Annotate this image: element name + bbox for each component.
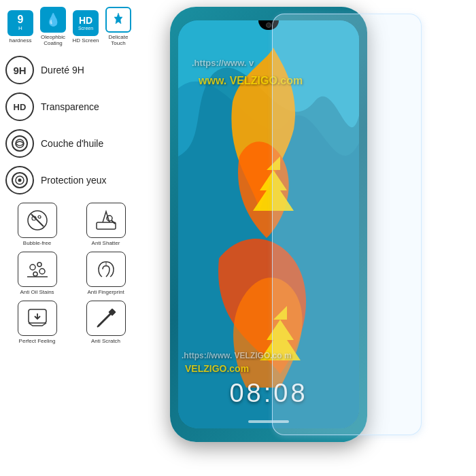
svg-line-17	[99, 312, 112, 326]
feeling-icon-box	[18, 301, 57, 336]
feature-row-oil: Couche d'huile	[5, 129, 137, 158]
anti-shatter-icon	[95, 209, 118, 232]
bubble-label: Bubble-free	[23, 240, 51, 246]
feature-label-hd: Transparence	[41, 101, 99, 112]
top-badges-row: 9 H hardness 💧 OleophbicCoating HD Scree…	[5, 7, 137, 46]
grid-item-feeling: Perfect Feeling	[5, 301, 69, 344]
feature-row-hd: HD Transparence	[5, 92, 137, 121]
grid-item-fingerprint: Anti Fingerprint	[74, 252, 137, 295]
badge-oleo-label: OleophbicCoating	[41, 34, 65, 46]
feature-row-eye: Protection yeux	[5, 166, 137, 194]
tempered-glass-overlay	[272, 14, 422, 435]
watermark-brand-bot: VELZIGO.com	[185, 363, 249, 374]
svg-point-4	[18, 179, 22, 182]
svg-point-15	[33, 272, 37, 276]
svg-point-12	[30, 265, 35, 270]
grid-item-oilstains: Anti Oil Stains	[5, 252, 69, 295]
oilstains-label: Anti Oil Stains	[20, 289, 54, 295]
watermark-top: .https://www. v	[192, 58, 254, 68]
bottom-grid: Bubble-free Anti Shatter	[5, 203, 137, 344]
svg-point-14	[39, 269, 45, 274]
grid-item-bubble: Bubble-free	[5, 203, 69, 246]
svg-point-1	[16, 139, 24, 148]
perfect-feeling-icon	[26, 307, 49, 330]
scratch-label: Anti Scratch	[91, 338, 120, 344]
badge-9h-letter: H	[18, 25, 22, 31]
feeling-label: Perfect Feeling	[19, 338, 56, 344]
badge-delicate: DelicateTouch	[103, 7, 133, 46]
eye-protection-icon	[10, 171, 29, 190]
oleo-icon: 💧	[46, 12, 61, 27]
phone-panel: .https://www. v www. VELZIGO.com .https:…	[136, 0, 476, 476]
fingerprint-label: Anti Fingerprint	[87, 289, 124, 295]
svg-point-10	[107, 216, 112, 221]
camera-dot	[266, 22, 271, 28]
feature-label-9h: Dureté 9H	[41, 65, 84, 75]
svg-point-0	[12, 136, 27, 151]
svg-rect-9	[97, 222, 116, 229]
feature-icon-9h: 9H	[5, 56, 34, 84]
badge-9h-label: hardness	[10, 37, 32, 44]
oilstains-icon-box	[18, 252, 57, 287]
feature-label-oil: Couche d'huile	[41, 138, 103, 149]
anti-oil-icon	[26, 258, 49, 281]
badge-oleo: 💧 OleophbicCoating	[38, 7, 68, 46]
feature-row-9h: 9H Dureté 9H	[5, 56, 137, 84]
badge-9h-num: 9	[18, 14, 24, 25]
feature-label-eye: Protection yeux	[41, 175, 107, 186]
badge-hd-label: HD Screen	[72, 37, 99, 44]
left-features-panel: 9 H hardness 💧 OleophbicCoating HD Scree…	[0, 0, 143, 476]
shatter-label: Anti Shatter	[92, 240, 120, 246]
scratch-icon-box	[86, 301, 126, 336]
svg-point-8	[38, 216, 41, 218]
delicate-touch-icon	[110, 12, 126, 28]
badge-delicate-label: DelicateTouch	[109, 34, 129, 46]
grid-item-shatter: Anti Shatter	[74, 203, 137, 246]
feature-icon-hd: HD	[5, 92, 34, 121]
hd-text: HD	[79, 15, 92, 26]
hd-sub: Screen	[78, 26, 93, 31]
feature-icon-oil	[5, 129, 34, 158]
bubble-icon-box	[18, 203, 57, 238]
anti-fingerprint-icon	[95, 258, 118, 281]
oil-coating-icon	[10, 134, 29, 153]
shatter-icon-box	[86, 203, 126, 238]
feature-icon-eye	[5, 166, 34, 194]
grid-item-scratch: Anti Scratch	[74, 301, 137, 344]
fingerprint-icon-box	[86, 252, 126, 287]
bubble-free-icon	[26, 209, 49, 232]
svg-point-13	[37, 262, 41, 267]
badge-9h: 9 H hardness	[5, 10, 35, 44]
anti-scratch-icon	[95, 307, 118, 330]
badge-hd: HD Screen HD Screen	[71, 10, 101, 44]
